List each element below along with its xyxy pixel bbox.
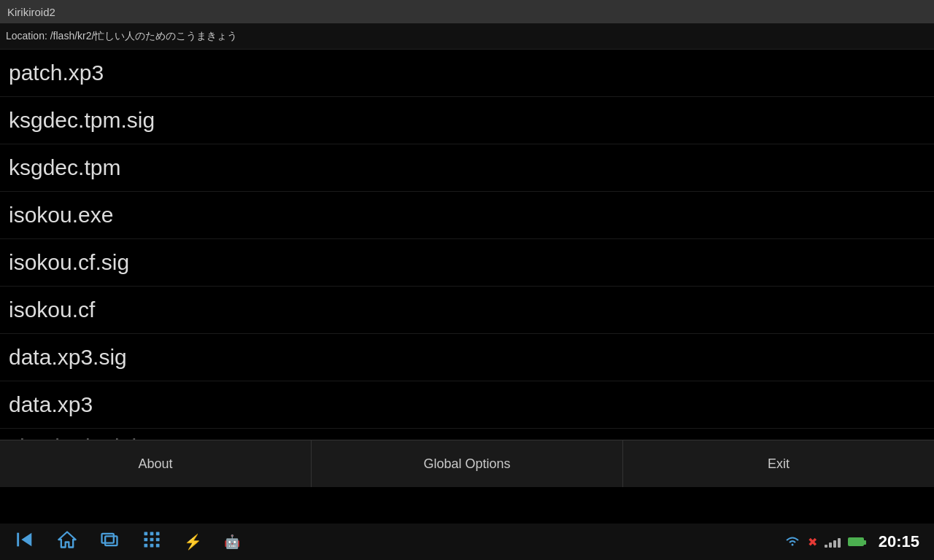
list-item[interactable]: isokou.cf.sig <box>0 239 934 287</box>
list-item[interactable]: data.xp3.sig <box>0 334 934 381</box>
svg-marker-2 <box>58 532 75 548</box>
bottom-menu-bar: About Global Options Exit <box>0 440 934 487</box>
svg-rect-5 <box>144 532 148 536</box>
back-button[interactable] <box>15 529 35 554</box>
app-title: Kirikiroid2 <box>7 6 55 18</box>
global-options-label: Global Options <box>423 456 510 472</box>
svg-rect-7 <box>156 532 160 536</box>
list-item[interactable]: ksgdec.tpm <box>0 144 934 192</box>
home-icon <box>57 529 77 550</box>
location-off-icon: ✖ <box>808 535 817 549</box>
about-button[interactable]: About <box>0 440 312 487</box>
global-options-button[interactable]: Global Options <box>312 440 623 487</box>
svg-rect-13 <box>156 544 160 548</box>
list-item[interactable]: data.xp3 <box>0 381 934 429</box>
list-item[interactable]: isokou.exe <box>0 192 934 239</box>
main-content: patch.xp3ksgdec.tpm.sigksgdec.tpmisokou.… <box>0 50 934 524</box>
svg-rect-8 <box>144 538 148 542</box>
exit-button[interactable]: Exit <box>623 440 934 487</box>
file-list: patch.xp3ksgdec.tpm.sigksgdec.tpmisokou.… <box>0 50 934 476</box>
file-name: isokou.cf.sig <box>9 250 129 275</box>
home-button[interactable] <box>57 529 77 554</box>
svg-rect-10 <box>156 538 160 542</box>
file-name: patch.xp3 <box>9 61 104 85</box>
file-name: ksgdec.tpm.sig <box>9 108 155 133</box>
file-name: ksgdec.tpm <box>9 155 120 180</box>
location-bar: Location: /flash/kr2/忙しい人のためのこうまきょう <box>0 23 934 50</box>
back-icon <box>15 529 35 550</box>
wifi-icon <box>784 534 800 550</box>
svg-marker-0 <box>21 533 31 547</box>
svg-rect-3 <box>102 534 114 543</box>
apps-icon <box>142 529 162 550</box>
nav-right-status: ✖ 20:15 <box>784 532 919 551</box>
title-bar: Kirikiroid2 <box>0 0 934 23</box>
file-name: data.xp3.sig <box>9 345 127 370</box>
android-icon: 🤖 <box>224 534 240 550</box>
nav-left-buttons: ⚡ 🤖 <box>15 529 240 554</box>
usb-icon: ⚡ <box>184 533 202 551</box>
svg-rect-6 <box>150 532 154 536</box>
exit-label: Exit <box>768 456 790 472</box>
file-list-container[interactable]: patch.xp3ksgdec.tpm.sigksgdec.tpmisokou.… <box>0 50 934 476</box>
time-display: 20:15 <box>879 532 919 551</box>
android-nav-bar: ⚡ 🤖 ✖ 20:15 <box>0 524 934 560</box>
list-item[interactable]: isokou.cf <box>0 287 934 334</box>
svg-rect-12 <box>150 544 154 548</box>
recents-icon <box>99 529 120 550</box>
file-name: isokou.exe <box>9 203 113 228</box>
about-label: About <box>138 456 172 472</box>
svg-rect-4 <box>105 536 117 545</box>
list-item[interactable]: ksgdec.tpm.sig <box>0 97 934 144</box>
file-name: data.xp3 <box>9 392 93 417</box>
location-text: Location: /flash/kr2/忙しい人のためのこうまきょう <box>6 30 237 43</box>
list-item[interactable]: patch.xp3 <box>0 50 934 97</box>
battery-icon <box>848 537 864 546</box>
file-name: isokou.cf <box>9 298 95 322</box>
recents-button[interactable] <box>99 529 120 554</box>
svg-rect-9 <box>150 538 154 542</box>
signal-bars <box>825 536 841 548</box>
svg-rect-11 <box>144 544 148 548</box>
apps-button[interactable] <box>142 529 162 554</box>
